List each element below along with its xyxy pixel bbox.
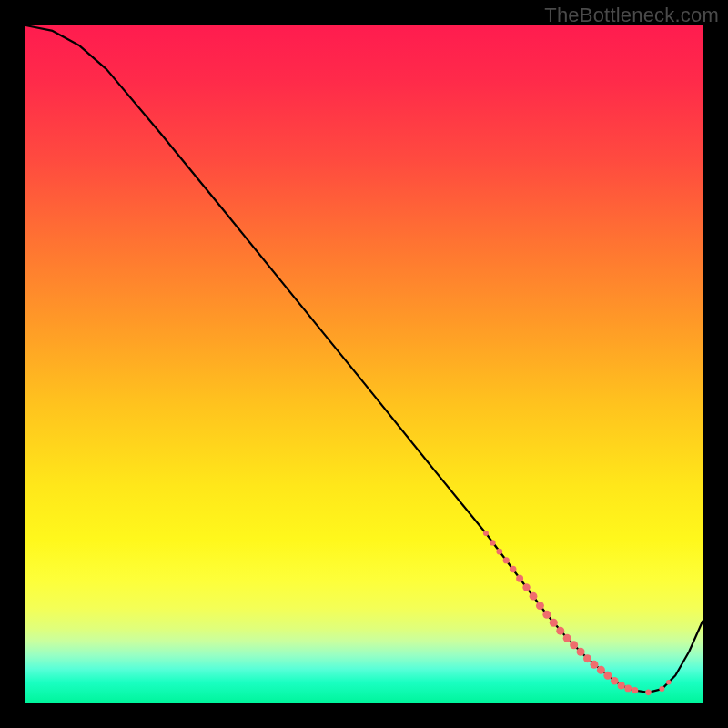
data-marker bbox=[542, 611, 551, 619]
data-marker bbox=[522, 583, 530, 591]
data-marker bbox=[603, 672, 612, 680]
data-marker bbox=[536, 602, 544, 610]
chart-svg bbox=[25, 25, 703, 703]
data-marker bbox=[496, 549, 502, 555]
data-marker bbox=[516, 575, 523, 582]
marker-group bbox=[483, 531, 672, 695]
data-marker bbox=[645, 690, 652, 696]
data-marker bbox=[503, 557, 510, 563]
data-marker bbox=[590, 661, 598, 669]
watermark-text: TheBottleneck.com bbox=[544, 4, 719, 27]
data-marker bbox=[563, 634, 571, 642]
data-marker bbox=[510, 566, 517, 573]
data-marker bbox=[550, 619, 558, 627]
data-marker bbox=[483, 531, 489, 536]
data-marker bbox=[632, 687, 638, 693]
chart-plot-area bbox=[25, 25, 703, 703]
data-marker bbox=[577, 648, 585, 656]
data-marker bbox=[597, 666, 605, 674]
data-marker bbox=[490, 540, 495, 545]
data-marker bbox=[556, 627, 564, 635]
curve-line bbox=[25, 25, 703, 693]
data-marker bbox=[570, 641, 578, 649]
data-marker bbox=[611, 677, 619, 685]
data-marker bbox=[618, 682, 625, 689]
data-marker bbox=[530, 592, 538, 601]
data-marker bbox=[583, 654, 592, 662]
data-marker bbox=[624, 684, 632, 692]
data-marker bbox=[666, 680, 672, 685]
data-marker bbox=[659, 686, 664, 692]
